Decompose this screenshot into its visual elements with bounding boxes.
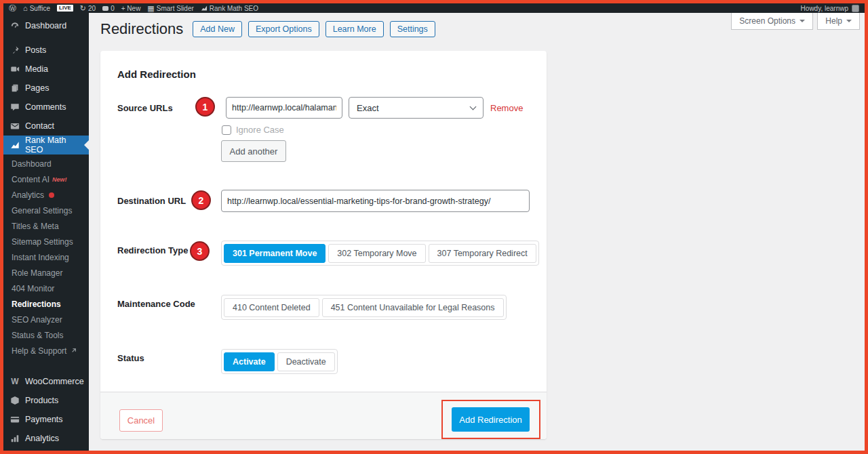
submenu-item-instant-indexing[interactable]: Instant Indexing (3, 249, 89, 265)
sidebar-item-media[interactable]: Media (3, 60, 89, 79)
redirection-type-group: 301 Permanent Move 302 Temporary Move 30… (221, 241, 539, 266)
destination-url-input[interactable] (221, 190, 530, 212)
deactivate-button[interactable]: Deactivate (277, 352, 335, 371)
redirect-301-button[interactable]: 301 Permanent Move (224, 244, 326, 263)
update-icon: ↻ (80, 5, 86, 12)
comments-menu[interactable]: 0 (102, 5, 115, 12)
code-410-button[interactable]: 410 Content Deleted (224, 298, 319, 317)
sidebar-item-posts[interactable]: Posts (3, 41, 89, 60)
submenu-item-seo-analyzer[interactable]: SEO Analyzer (3, 312, 89, 327)
redirect-307-button[interactable]: 307 Temporary Redirect (429, 244, 536, 263)
comment-bubble-icon (102, 6, 108, 11)
rank-math-menu[interactable]: Rank Math SEO (201, 5, 258, 12)
site-name: Suffice (30, 5, 50, 12)
sidebar-label: Media (25, 64, 48, 74)
new-menu[interactable]: + New (121, 5, 141, 12)
sidebar-label: Payments (25, 415, 63, 424)
sidebar-label: Pages (25, 83, 49, 93)
submenu-item-sitemap-settings[interactable]: Sitemap Settings (3, 234, 89, 249)
redirect-302-button[interactable]: 302 Temporary Move (328, 244, 425, 263)
submenu-item-titles-meta[interactable]: Titles & Meta (3, 218, 89, 234)
sidebar-label: Products (25, 396, 58, 405)
rank-math-icon (201, 5, 208, 12)
rank-math-icon (10, 140, 20, 150)
card-icon (10, 415, 20, 424)
sidebar-item-woocommerce[interactable]: W WooCommerce (3, 372, 89, 391)
sidebar-item-comments[interactable]: Comments (3, 98, 89, 117)
sidebar-label: Rank Math SEO (25, 136, 85, 154)
ignore-case-label: Ignore Case (236, 125, 284, 135)
sidebar-label: Contact (25, 121, 54, 131)
avatar[interactable] (852, 5, 859, 12)
page-title: Redirections (100, 20, 183, 38)
sidebar-item-products[interactable]: Products (3, 391, 89, 410)
sidebar-item-payments[interactable]: Payments (3, 410, 89, 429)
sidebar-item-marketing[interactable]: Marketing (3, 448, 89, 451)
submenu-item-404-monitor[interactable]: 404 Monitor (3, 281, 89, 296)
page-header: Redirections Add New Export Options Lear… (100, 20, 435, 38)
learn-more-button[interactable]: Learn More (326, 21, 384, 37)
gauge-icon (10, 21, 20, 30)
cancel-button[interactable]: Cancel (119, 409, 163, 432)
smart-slider-menu[interactable]: ▦ Smart Slider (147, 5, 193, 12)
add-another-button[interactable]: Add another (221, 140, 286, 162)
ignore-case-checkbox[interactable] (222, 125, 231, 135)
submenu-item-status-tools[interactable]: Status & Tools (3, 327, 89, 343)
card-heading: Add Redirection (117, 68, 196, 80)
slider-icon: ▦ (147, 5, 154, 12)
comment-icon (10, 102, 20, 112)
screenshot-frame: Ⓦ ⌂ Suffice LIVE ↻ 20 0 + New ▦ Smart Sl… (0, 0, 868, 454)
source-url-input[interactable] (226, 97, 342, 119)
match-type-select[interactable]: Exact (349, 97, 484, 119)
howdy-menu[interactable]: Howdy, learnwp (801, 5, 848, 12)
activate-button[interactable]: Activate (224, 352, 275, 371)
settings-button[interactable]: Settings (390, 21, 435, 37)
current-menu-arrow (79, 140, 89, 150)
submenu-item-role-manager[interactable]: Role Manager (3, 265, 89, 281)
wp-logo-icon[interactable]: Ⓦ (9, 5, 16, 12)
sidebar-item-analytics[interactable]: Analytics (3, 429, 89, 448)
new-label: + New (121, 5, 141, 12)
admin-bar: Ⓦ ⌂ Suffice LIVE ↻ 20 0 + New ▦ Smart Sl… (3, 3, 865, 13)
help-tab[interactable]: Help (817, 13, 860, 30)
chevron-down-icon (800, 20, 805, 25)
updates-menu[interactable]: ↻ 20 (80, 5, 96, 12)
submenu-item-content-ai[interactable]: Content AI New! (3, 171, 89, 187)
smart-slider-label: Smart Slider (157, 5, 194, 12)
sidebar-item-dashboard[interactable]: Dashboard (3, 16, 89, 35)
add-redirection-button[interactable]: Add Redirection (452, 407, 530, 432)
destination-url-label: Destination URL (117, 196, 186, 206)
media-icon (10, 64, 20, 74)
external-link-icon (71, 348, 77, 354)
submenu-item-analytics[interactable]: Analytics (3, 187, 89, 203)
submenu-item-help-support[interactable]: Help & Support (3, 343, 89, 358)
sidebar-label: Analytics (25, 434, 59, 443)
sidebar-item-contact[interactable]: Contact (3, 117, 89, 136)
source-urls-label: Source URLs (117, 103, 173, 113)
export-options-button[interactable]: Export Options (248, 21, 319, 37)
pages-icon (10, 83, 20, 93)
annotation-badge-3: 3 (190, 241, 210, 261)
new-badge: New! (52, 176, 67, 183)
notification-dot (49, 192, 54, 198)
sidebar-item-pages[interactable]: Pages (3, 79, 89, 98)
sidebar: Dashboard Posts Media Pages (3, 13, 89, 451)
screen-options-tab[interactable]: Screen Options (731, 13, 813, 30)
status-group: Activate Deactivate (221, 349, 338, 374)
submenu-item-general-settings[interactable]: General Settings (3, 203, 89, 218)
add-new-button[interactable]: Add New (193, 21, 242, 37)
menu-separator (3, 361, 89, 372)
remove-link[interactable]: Remove (490, 103, 523, 113)
status-label: Status (117, 353, 144, 363)
site-menu[interactable]: ⌂ Suffice (23, 5, 50, 12)
redirection-type-label: Redirection Type (117, 245, 189, 255)
rank-math-submenu: Dashboard Content AI New! Analytics Gene… (3, 154, 89, 361)
menu-separator (3, 35, 89, 41)
code-451-button[interactable]: 451 Content Unavailable for Legal Reason… (322, 298, 504, 317)
sidebar-label: WooCommerce (25, 377, 84, 386)
submenu-item-dashboard[interactable]: Dashboard (3, 156, 89, 171)
sidebar-label: Comments (25, 102, 66, 112)
submenu-item-redirections[interactable]: Redirections (3, 296, 89, 312)
add-redirection-card: Add Redirection Source URLs 1 Exact Remo… (100, 51, 547, 439)
sidebar-item-rank-math-seo[interactable]: Rank Math SEO (3, 136, 89, 154)
